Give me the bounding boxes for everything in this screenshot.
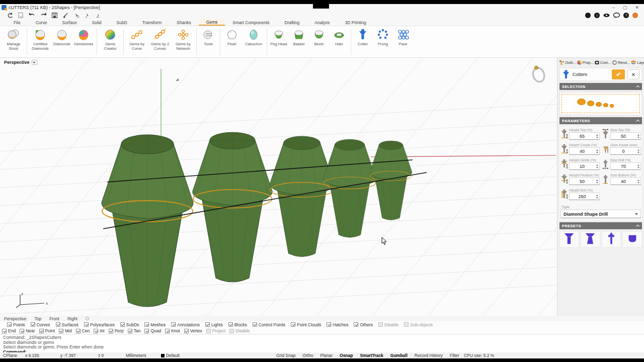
ribbon-button-cutter[interactable]: Cutter	[353, 28, 373, 52]
osnap-knot[interactable]: Knot	[165, 328, 180, 333]
spinner[interactable]	[595, 133, 599, 139]
tab-analyze[interactable]: Analyze	[307, 19, 337, 26]
tab-3d-printing[interactable]: 3D Printing	[338, 19, 374, 26]
add-view-icon[interactable]	[86, 317, 89, 320]
spinner[interactable]	[595, 148, 599, 154]
select-brush-icon[interactable]	[73, 13, 79, 18]
ribbon-button-gemstones[interactable]: Gemstones	[72, 28, 95, 52]
filter-subds[interactable]: SubDs	[120, 322, 139, 327]
spinner[interactable]	[595, 178, 599, 185]
help-icon[interactable]: ?	[623, 13, 629, 18]
spinner[interactable]	[595, 163, 599, 169]
preset-straight-drill[interactable]	[559, 231, 579, 247]
osnap-mid[interactable]: Mid	[59, 328, 72, 333]
osnap-int[interactable]: Int	[94, 328, 104, 333]
filter-annotations[interactable]: Annotations	[171, 322, 200, 327]
info-icon[interactable]: i	[594, 13, 600, 18]
osnap-vertex[interactable]: Vertex	[184, 328, 202, 333]
ribbon-button-gems-by-network[interactable]: Gems by Network	[172, 28, 195, 52]
select-point-icon[interactable]	[85, 13, 90, 18]
maximize-button[interactable]: ▢	[623, 5, 627, 10]
osnap-near[interactable]: Near	[20, 328, 35, 333]
ribbon-button-diamonds[interactable]: Diamonds	[52, 28, 72, 52]
tab-gems[interactable]: Gems	[199, 19, 225, 26]
osnap-perp[interactable]: Perp	[109, 328, 124, 333]
ribbon-button-pave[interactable]: Pave	[393, 28, 413, 52]
ribbon-button-peg-head[interactable]: Peg Head	[269, 28, 289, 52]
tab-surface[interactable]: Surface	[54, 19, 84, 26]
tab-shanks[interactable]: Shanks	[169, 19, 198, 26]
ribbon-button-manage-stock[interactable]: Manage Stock	[2, 28, 25, 52]
user-avatar[interactable]	[632, 13, 638, 18]
gem-inside-input[interactable]: 0	[610, 147, 641, 155]
height-girdle-input[interactable]: 10	[569, 162, 600, 170]
filter-points[interactable]: Points	[7, 322, 25, 327]
preset-cap-only[interactable]	[622, 231, 642, 247]
toggle-record-history[interactable]: Record History	[411, 353, 446, 358]
ring-widget[interactable]	[528, 62, 549, 84]
toggle-smarttrack[interactable]: SmartTrack	[356, 353, 386, 358]
filter-point-clouds[interactable]: Point Clouds	[291, 322, 321, 327]
height-drill-input[interactable]: 250	[569, 193, 600, 200]
ribbon-button-certified-diamonds[interactable]: Certified Diamonds	[29, 28, 52, 52]
record-icon[interactable]	[585, 13, 591, 18]
toggle-ortho[interactable]: Ortho	[299, 353, 316, 358]
ribbon-button-bezel[interactable]: Bezel	[309, 28, 329, 52]
confirm-button[interactable]	[612, 69, 625, 79]
viewport-menu-caret-icon[interactable]	[32, 60, 37, 65]
panel-tab-commands[interactable]: Com...	[595, 60, 611, 65]
presets-section-header[interactable]: PRESETS	[559, 222, 642, 229]
export-icon[interactable]	[18, 13, 24, 18]
select-window-icon[interactable]	[62, 13, 68, 18]
osnap-cen[interactable]: Cen	[76, 328, 90, 333]
panel-tab-layers[interactable]: Layers	[631, 60, 644, 65]
viewtab-front[interactable]: Front	[49, 316, 59, 321]
osnap-quad[interactable]: Quad	[144, 328, 161, 333]
filter-hatches[interactable]: Hatches	[327, 322, 348, 327]
minimize-button[interactable]: –	[612, 5, 615, 10]
spinner[interactable]	[636, 163, 640, 169]
viewport-title[interactable]: Perspective	[4, 60, 37, 65]
osnap-point[interactable]: Point	[39, 328, 55, 333]
tab-solid[interactable]: Solid	[85, 19, 109, 26]
toggle-gumball[interactable]: Gumball	[387, 353, 411, 358]
filter-others[interactable]: Others	[354, 322, 373, 327]
tab-subd[interactable]: SubD	[109, 19, 135, 26]
tab-file[interactable]: File	[6, 19, 28, 26]
toggle-filter[interactable]: Filter	[446, 353, 463, 358]
filter-disable[interactable]: Disable	[378, 322, 398, 327]
height-crown-input[interactable]: 40	[569, 147, 600, 155]
size-drill-input[interactable]: 70	[610, 162, 641, 170]
spinner[interactable]	[636, 148, 640, 154]
spinner[interactable]	[636, 178, 640, 185]
ribbon-button-basket[interactable]: Basket	[289, 28, 309, 52]
ribbon-button-tools[interactable]: Tools	[198, 28, 218, 52]
panel-tab-outliner[interactable]: Outli...	[559, 60, 576, 65]
command-history[interactable]: Command: _2ShapesCutters Select diamonds…	[0, 334, 644, 352]
panel-tab-properties[interactable]: Prop...	[577, 60, 594, 65]
spinner[interactable]	[636, 133, 640, 139]
osnap-disable[interactable]: Disable	[229, 328, 250, 333]
close-button[interactable]: ✕	[635, 5, 639, 10]
type-dropdown[interactable]: Diamond Shape Drill	[560, 210, 641, 218]
filter-lights[interactable]: Lights	[205, 322, 223, 327]
parameters-section-header[interactable]: PARAMETERS	[559, 117, 642, 124]
panel-tab-render[interactable]: Rend...	[612, 60, 630, 65]
ribbon-button-prong[interactable]: Prong	[373, 28, 393, 52]
tab-curve[interactable]: Curve	[28, 19, 55, 26]
viewtab-top[interactable]: Top	[34, 316, 41, 321]
osnap-tan[interactable]: Tan	[128, 328, 141, 333]
ribbon-button-gems-by-curve[interactable]: Gems by Curve	[125, 28, 148, 52]
filter-meshes[interactable]: Meshes	[144, 322, 166, 327]
filter-sub-objects[interactable]: Sub-objects	[404, 322, 433, 327]
eye-icon[interactable]	[603, 13, 610, 18]
filter-polysurfaces[interactable]: Polysurfaces	[84, 322, 115, 327]
filter-blocks[interactable]: Blocks	[228, 322, 247, 327]
ribbon-button-gems-creator[interactable]: Gems Creator	[99, 28, 122, 52]
active-layer[interactable]: Default	[157, 353, 202, 358]
size-top-input[interactable]: 50	[610, 132, 641, 140]
osnap-end[interactable]: End	[2, 328, 16, 333]
viewport-perspective[interactable]: Perspective	[0, 58, 557, 316]
toggle-grid-snap[interactable]: Grid Snap	[273, 353, 299, 358]
spinner[interactable]	[595, 193, 599, 200]
